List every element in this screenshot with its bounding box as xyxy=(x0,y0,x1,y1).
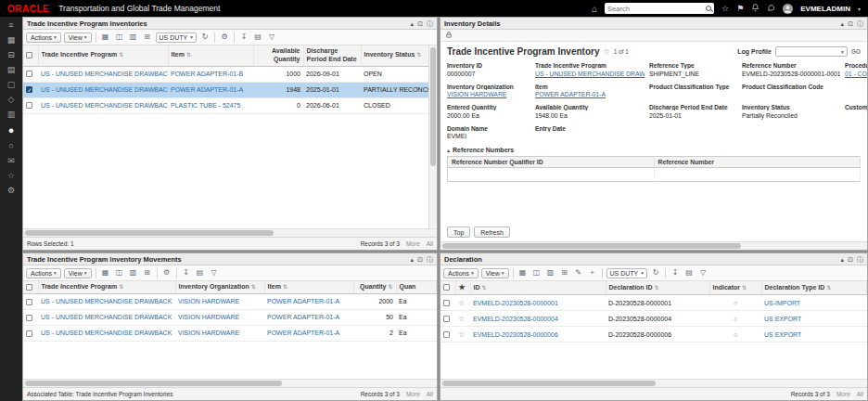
wrench-icon[interactable]: ⚙ xyxy=(219,32,230,43)
duty-type-select[interactable]: US DUTY▾ xyxy=(156,32,198,43)
favorites-star-icon[interactable]: ☆ xyxy=(721,5,729,13)
col-header-quantity-uom[interactable]: Quan xyxy=(396,281,437,293)
declaration-link[interactable]: EVMELD-20230528-0000006 xyxy=(473,331,558,338)
organization-link[interactable]: VISION HARDWARE xyxy=(178,298,239,304)
table-grid-icon[interactable]: ▦ xyxy=(100,32,111,43)
col-header-status[interactable]: Inventory Status⇅ xyxy=(361,45,430,66)
row-checkbox[interactable] xyxy=(443,331,450,338)
table-row[interactable]: ☆ EVMELD-20230528-0000001 D-20230528-000… xyxy=(440,295,867,311)
row-checkbox[interactable] xyxy=(443,300,450,306)
actions-button[interactable]: Actions▾ xyxy=(26,32,61,43)
detach-icon[interactable]: ⊞ xyxy=(142,267,153,278)
chart-icon[interactable]: ▤ xyxy=(683,267,695,278)
row-checkbox[interactable] xyxy=(26,71,32,77)
search-input[interactable] xyxy=(607,5,704,13)
more-link[interactable]: More xyxy=(836,391,850,397)
actions-button[interactable]: Actions▾ xyxy=(443,268,479,278)
scrollbar-thumb[interactable] xyxy=(430,47,436,166)
scrollbar-thumb[interactable] xyxy=(442,243,741,249)
col-header-discharge-date[interactable]: Discharge Period End Date xyxy=(303,45,361,66)
organization-link[interactable]: VISION HARDWARE xyxy=(178,314,239,320)
declaration-type-link[interactable]: US EXPORT xyxy=(764,331,801,338)
program-link[interactable]: US - UNUSED MERCHANDISE DRAWBACK xyxy=(535,71,645,78)
columns-icon[interactable]: ▥ xyxy=(128,267,139,278)
flag-icon[interactable]: ⚑ xyxy=(736,5,744,13)
row-checkbox[interactable] xyxy=(26,315,32,321)
filter-funnel-icon[interactable]: ▽ xyxy=(266,32,277,43)
col-header-quantity[interactable]: Quantity⇅ xyxy=(353,281,396,293)
edit-pencil-icon[interactable]: ✎ xyxy=(573,267,584,278)
table-row[interactable]: ☆ EVMELD-20230528-0000004 D-20230528-000… xyxy=(440,311,867,327)
collapse-chevron-icon[interactable]: ▴ xyxy=(411,20,415,27)
split-view-icon[interactable]: ◫ xyxy=(114,32,125,43)
horizontal-scrollbar[interactable] xyxy=(23,379,437,387)
columns-icon[interactable]: ▥ xyxy=(545,267,556,278)
filter-funnel-icon[interactable]: ▽ xyxy=(697,267,708,278)
item-link[interactable]: POWER ADAPTER-01-A xyxy=(267,330,339,336)
all-link[interactable]: All xyxy=(857,391,863,397)
restore-window-icon[interactable]: ⊡ xyxy=(417,20,423,27)
chevron-down-icon[interactable]: ▾ xyxy=(858,6,861,12)
table-row[interactable]: US - UNUSED MERCHANDISE DRAWBACK VISION … xyxy=(23,293,437,309)
row-checkbox[interactable] xyxy=(26,102,32,109)
table-grid-icon[interactable]: ▦ xyxy=(100,267,111,278)
select-all-header[interactable] xyxy=(23,281,38,293)
shipments-icon[interactable]: ⊟ xyxy=(7,51,15,59)
view-button[interactable]: View▾ xyxy=(481,268,509,278)
detach-icon[interactable]: ⊞ xyxy=(142,32,153,43)
all-link[interactable]: All xyxy=(427,240,433,247)
section-triangle-icon[interactable]: ▴ xyxy=(447,147,450,153)
view-button[interactable]: View▾ xyxy=(64,32,92,43)
row-checkbox[interactable] xyxy=(443,316,450,322)
col-header-qualifier-id[interactable]: Reference Number Qualifier ID xyxy=(448,157,655,168)
globe-icon[interactable]: ● xyxy=(8,125,15,136)
menu-icon[interactable]: ≡ xyxy=(8,21,13,30)
columns-icon[interactable]: ▥ xyxy=(128,32,139,43)
scrollbar-thumb[interactable] xyxy=(25,230,274,236)
documents-icon[interactable]: ▢ xyxy=(7,81,16,89)
favorite-star-icon[interactable]: ☆ xyxy=(458,330,465,339)
horizontal-scrollbar[interactable] xyxy=(440,241,867,250)
collapse-chevron-icon[interactable]: ▴ xyxy=(841,20,845,27)
reports-icon[interactable]: ▥ xyxy=(7,110,16,119)
favorite-star-icon[interactable]: ☆ xyxy=(458,315,465,323)
col-header-declaration-type[interactable]: Declaration Type ID⇅ xyxy=(761,281,867,295)
collapse-chevron-icon[interactable]: ▴ xyxy=(841,256,845,263)
item-link[interactable]: POWER ADAPTER-01-A xyxy=(171,86,243,93)
messages-icon[interactable]: ✉ xyxy=(7,157,15,165)
duty-type-select[interactable]: US DUTY▾ xyxy=(606,268,648,278)
detach-icon[interactable]: ⊞ xyxy=(559,267,570,278)
split-view-icon[interactable]: ◫ xyxy=(531,267,542,278)
organization-link[interactable]: VISION HARDWARE xyxy=(447,91,530,98)
col-header-available-qty[interactable]: Available Quantity xyxy=(253,45,303,66)
select-all-checkbox[interactable] xyxy=(443,284,450,291)
empty-row[interactable] xyxy=(448,168,861,182)
col-header-organization[interactable]: Inventory Organization⇅ xyxy=(175,281,264,293)
select-all-checkbox[interactable] xyxy=(26,52,32,58)
favorite-star-icon[interactable]: ☆ xyxy=(458,299,465,307)
program-link[interactable]: US - UNUSED MERCHANDISE DRAWBACK xyxy=(41,314,172,320)
log-profile-select[interactable]: ▾ xyxy=(775,46,848,57)
items-icon[interactable]: ◇ xyxy=(8,96,15,104)
export-icon[interactable]: ↧ xyxy=(181,267,192,278)
select-all-checkbox[interactable] xyxy=(26,284,32,291)
split-view-icon[interactable]: ◫ xyxy=(114,267,125,278)
reference-numbers-section-header[interactable]: ▴ Reference Numbers xyxy=(447,147,861,153)
table-row[interactable]: US - UNUSED MERCHANDISE DRAWBACK VISION … xyxy=(23,325,437,341)
procedure-link[interactable]: 01 - CONSUMPTIC xyxy=(845,71,867,78)
user-avatar[interactable] xyxy=(783,4,793,14)
row-checkbox[interactable] xyxy=(26,299,32,305)
collapse-chevron-icon[interactable]: ▴ xyxy=(411,256,415,263)
table-grid-icon[interactable]: ▦ xyxy=(517,267,529,278)
table-row[interactable]: US - UNUSED MERCHANDISE DRAWBACK VISION … xyxy=(23,309,437,325)
col-header-item[interactable]: Item⇅ xyxy=(168,45,253,66)
export-icon[interactable]: ↧ xyxy=(238,32,249,43)
notifications-bell-icon[interactable] xyxy=(751,3,760,14)
program-link[interactable]: US - UNUSED MERCHANDISE DRAWBACK xyxy=(41,330,172,336)
select-all-header[interactable] xyxy=(440,281,455,295)
col-header-program[interactable]: Trade Incentive Program⇅ xyxy=(38,45,168,66)
table-row[interactable]: US - UNUSED MERCHANDISE DRAWBACK POWER A… xyxy=(23,66,430,82)
col-header-declaration-id[interactable]: Declaration ID⇅ xyxy=(606,281,709,295)
row-checkbox[interactable] xyxy=(26,330,32,337)
chart-icon[interactable]: ▤ xyxy=(252,32,263,43)
